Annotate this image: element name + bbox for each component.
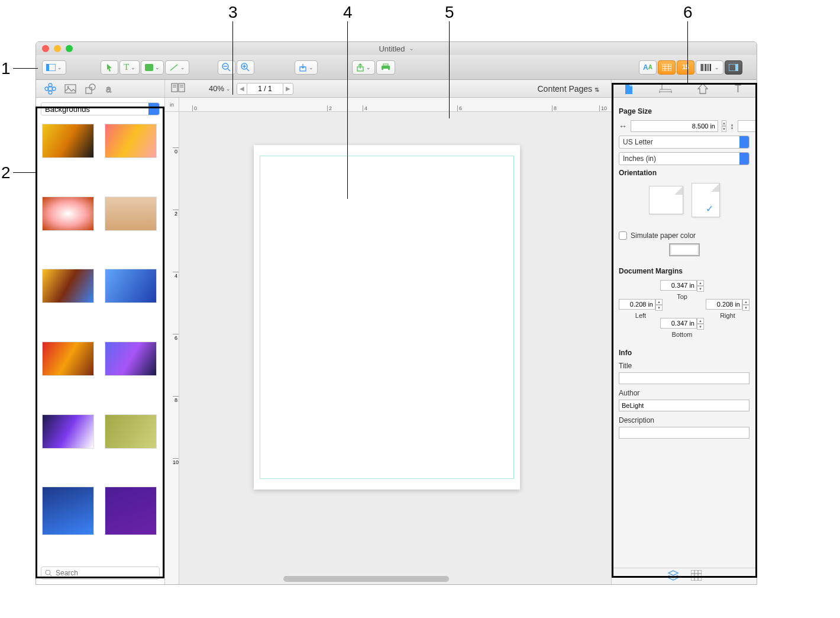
calendar-grid-button[interactable] bbox=[658, 60, 676, 75]
chevron-down-icon: ⌄ bbox=[409, 46, 414, 52]
content-pages-dropdown[interactable]: Content Pages ⇅ bbox=[537, 84, 605, 94]
page-width-field[interactable] bbox=[631, 120, 718, 132]
units-dropdown[interactable]: Inches (in) bbox=[619, 152, 749, 165]
import-button[interactable]: ⌄ bbox=[295, 60, 318, 75]
background-thumbnail[interactable] bbox=[105, 124, 157, 158]
category-dropdown[interactable]: Backgrounds bbox=[41, 102, 160, 115]
title-text: Untitled bbox=[379, 44, 405, 53]
background-thumbnail[interactable] bbox=[42, 414, 94, 449]
appearance-inspector-tab[interactable] bbox=[697, 83, 708, 95]
next-page-button[interactable]: ▶ bbox=[283, 83, 293, 95]
canvas-area[interactable]: in 0 2 4 6 8 10 0 2 4 6 8 10 bbox=[165, 98, 611, 584]
document-inspector-tab[interactable] bbox=[624, 83, 634, 95]
print-button[interactable] bbox=[376, 60, 395, 75]
title-bar: Untitled ⌄ bbox=[36, 42, 757, 55]
background-thumbnail[interactable] bbox=[105, 269, 157, 303]
zoom-level-control[interactable]: 40%⌄ bbox=[209, 84, 231, 93]
prev-page-button[interactable]: ◀ bbox=[237, 83, 247, 95]
margin-top-field[interactable] bbox=[660, 280, 697, 291]
toggle-inspector-button[interactable] bbox=[725, 60, 742, 75]
fonts-button[interactable]: AA bbox=[639, 60, 657, 75]
svg-rect-14 bbox=[383, 64, 388, 66]
page-number-field[interactable] bbox=[247, 83, 283, 95]
background-thumbnail[interactable] bbox=[42, 124, 94, 158]
author-field[interactable] bbox=[619, 400, 749, 411]
line-tool-button[interactable]: ⌄ bbox=[165, 60, 189, 75]
svg-rect-35 bbox=[65, 85, 76, 93]
selection-tool-button[interactable] bbox=[101, 60, 118, 75]
zoom-in-button[interactable] bbox=[237, 60, 254, 75]
margin-stepper[interactable]: ▲▼ bbox=[697, 318, 704, 330]
title-field[interactable] bbox=[619, 372, 749, 384]
minimize-window-button[interactable] bbox=[54, 45, 61, 52]
chevron-down-icon: ⌄ bbox=[715, 65, 719, 70]
page-size-label: Page Size bbox=[619, 107, 749, 115]
thumbnail-grid bbox=[36, 120, 164, 562]
width-stepper[interactable]: ▲▼ bbox=[722, 120, 726, 132]
svg-rect-16 bbox=[662, 64, 671, 71]
background-thumbnail[interactable] bbox=[105, 342, 157, 376]
shape-tool-button[interactable]: ⌄ bbox=[141, 60, 164, 75]
background-thumbnail[interactable] bbox=[105, 487, 157, 535]
callout-line bbox=[347, 21, 348, 199]
portrait-orientation-button[interactable]: ✓ bbox=[692, 183, 720, 217]
callout-1: 1 bbox=[1, 59, 11, 78]
description-field[interactable] bbox=[619, 427, 749, 439]
search-input[interactable] bbox=[41, 566, 160, 580]
margin-right-field[interactable] bbox=[706, 299, 742, 310]
background-thumbnail[interactable] bbox=[105, 197, 157, 231]
page-height-field[interactable] bbox=[738, 120, 757, 132]
pages-view-button[interactable] bbox=[171, 83, 185, 95]
info-label: Info bbox=[619, 349, 749, 357]
text-styles-tab[interactable]: a bbox=[105, 83, 115, 94]
calendar-date-button[interactable]: 15 bbox=[677, 60, 694, 75]
zoom-window-button[interactable] bbox=[66, 45, 73, 52]
document-title[interactable]: Untitled ⌄ bbox=[379, 44, 413, 53]
background-thumbnail[interactable] bbox=[42, 342, 94, 376]
grid-tab[interactable] bbox=[691, 570, 702, 583]
margin-bottom-label: Bottom bbox=[672, 331, 693, 338]
svg-line-6 bbox=[228, 69, 230, 71]
margin-stepper[interactable]: ▲▼ bbox=[742, 299, 749, 311]
preset-value: US Letter bbox=[623, 138, 653, 146]
description-label: Description bbox=[619, 416, 749, 424]
callout-3: 3 bbox=[228, 3, 238, 22]
simulate-paper-checkbox[interactable] bbox=[619, 231, 627, 240]
callout-line bbox=[13, 68, 38, 69]
clipart-tab[interactable] bbox=[44, 83, 56, 95]
text-inspector-tab[interactable]: T bbox=[734, 83, 744, 94]
layers-tab[interactable] bbox=[667, 570, 679, 583]
margin-top-label: Top bbox=[677, 293, 687, 300]
units-value: Inches (in) bbox=[623, 154, 656, 163]
page-preset-dropdown[interactable]: US Letter bbox=[619, 136, 749, 149]
margin-bottom-field[interactable] bbox=[660, 318, 697, 329]
background-thumbnail[interactable] bbox=[42, 269, 94, 303]
callout-5: 5 bbox=[445, 3, 454, 22]
landscape-orientation-button[interactable] bbox=[649, 186, 683, 214]
svg-rect-15 bbox=[383, 69, 388, 71]
document-page[interactable] bbox=[254, 145, 520, 490]
content-pages-label: Content Pages bbox=[537, 84, 592, 94]
page-margin-guide bbox=[260, 156, 514, 479]
width-icon: ↔ bbox=[619, 121, 627, 131]
geometry-inspector-tab[interactable] bbox=[659, 83, 672, 94]
margin-left-field[interactable] bbox=[619, 299, 655, 310]
share-button[interactable]: ⌄ bbox=[352, 60, 375, 75]
background-thumbnail[interactable] bbox=[105, 414, 157, 449]
svg-text:a: a bbox=[106, 84, 111, 94]
paper-color-well[interactable] bbox=[669, 243, 700, 256]
background-thumbnail[interactable] bbox=[42, 487, 94, 535]
chevron-down-icon: ⌄ bbox=[180, 65, 185, 70]
shapes-tab[interactable] bbox=[85, 83, 96, 94]
margin-stepper[interactable]: ▲▼ bbox=[655, 299, 663, 311]
margin-stepper[interactable]: ▲▼ bbox=[697, 280, 704, 292]
background-thumbnail[interactable] bbox=[42, 197, 94, 231]
toggle-source-panel-button[interactable]: ⌄ bbox=[42, 60, 66, 75]
close-window-button[interactable] bbox=[42, 45, 49, 52]
text-tool-button[interactable]: T⌄ bbox=[119, 60, 140, 75]
app-window: Untitled ⌄ ⌄ T⌄ ⌄ ⌄ ⌄ ⌄ AA bbox=[35, 41, 757, 585]
chevron-down-icon: ⌄ bbox=[57, 65, 62, 70]
barcode-button[interactable]: ⌄ bbox=[696, 60, 723, 75]
photos-tab[interactable] bbox=[64, 84, 76, 94]
horizontal-scrollbar[interactable] bbox=[283, 576, 449, 582]
